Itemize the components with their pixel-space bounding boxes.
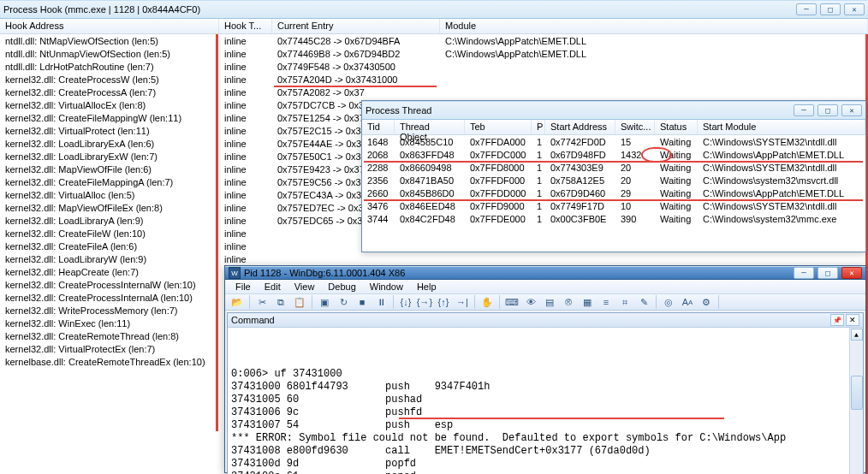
maximize-button[interactable]: □ [817,267,838,279]
break-icon[interactable]: ⏸ [372,294,389,310]
memory-window-icon[interactable]: ▦ [579,294,596,310]
command-output[interactable]: 0:006> uf 3743100037431000 680lf44793 pu… [228,328,863,474]
col-tid[interactable]: Tid [362,120,395,134]
thread-cell-tid: 3476 [362,201,395,211]
windbg-menubar[interactable]: FileEditViewDebugWindowHelp [225,280,865,294]
minimize-button[interactable]: ─ [794,267,814,279]
menu-edit[interactable]: Edit [258,280,288,293]
command-line: 3743100d 9d popfd [231,458,859,471]
step-over-icon[interactable]: {→} [416,294,433,310]
col-status[interactable]: Status [655,120,698,134]
run-to-cursor-icon[interactable]: →| [454,294,471,310]
thread-cell-obj: 0x86609498 [395,163,465,173]
thread-cell-status: Waiting [655,175,698,186]
paste-icon[interactable]: 📋 [291,294,308,310]
thread-rows[interactable]: 16480x84585C100x7FFDA00010x7742FD0D15Wai… [362,135,865,252]
step-out-icon[interactable]: {↑} [435,294,452,310]
hook-row[interactable]: ntdll.dll: NtUnmapViewOfSection (len:5)i… [0,47,865,60]
thread-cell-tid: 2660 [362,188,395,198]
restart-icon[interactable]: ↻ [335,294,352,310]
col-thread-object[interactable]: Thread Object [395,120,465,134]
pin-icon[interactable]: 📌 [830,314,844,326]
col-start-module[interactable]: Start Module [698,120,865,134]
separator [718,295,719,309]
menu-debug[interactable]: Debug [321,280,362,293]
thread-row[interactable]: 16480x84585C100x7FFDA00010x7742FD0D15Wai… [362,135,865,148]
windbg-toolbar[interactable]: 📂 ✂ ⧉ 📋 ▣ ↻ ■ ⏸ {↓} {→} {↑} →| ✋ ⌨ 👁 ▤ ®… [225,294,865,311]
windbg-window[interactable]: W Pid 1128 - WinDbg:6.11.0001.404 X86 ─ … [224,265,866,473]
close-panel-icon[interactable]: ✕ [846,314,859,326]
col-switches[interactable]: Switc... [615,120,655,134]
scrollbar[interactable]: ▲ ▼ [849,328,863,474]
menu-file[interactable]: File [229,280,258,293]
menu-help[interactable]: Help [410,280,443,293]
hook-cell-type: inline [219,164,272,175]
hook-row[interactable]: kernel32.dll: CreateProcessW (len:5)inli… [0,73,865,86]
hook-cell-type: inline [219,177,272,187]
command-panel-title[interactable]: Command 📌 ✕ [228,313,863,328]
command-window-icon[interactable]: ⌨ [503,294,520,310]
col-hook-address[interactable]: Hook Address [0,19,219,33]
hook-cell-type: inline [219,254,272,264]
col-current-entry[interactable]: Current Entry [272,19,440,33]
thread-cell-start: 0x7749F17D [545,201,615,211]
close-button[interactable]: ✕ [841,104,862,116]
maximize-button[interactable]: □ [820,3,841,15]
col-teb[interactable]: Teb [465,120,532,134]
open-icon[interactable]: 📂 [229,294,246,310]
font-icon[interactable]: AA [679,294,696,310]
options-icon[interactable]: ⚙ [698,294,715,310]
source-mode-icon[interactable]: ◎ [660,294,677,310]
thread-row[interactable]: 37440x84C2FD480x7FFDE00010x00C3FB0E390Wa… [362,212,865,225]
cut-icon[interactable]: ✂ [253,294,271,310]
thread-titlebar[interactable]: Process Thread ─ □ ✕ [362,101,865,120]
locals-window-icon[interactable]: ▤ [541,294,558,310]
thread-cell-start: 0x67D9D460 [545,188,615,198]
menu-view[interactable]: View [288,280,322,293]
windbg-title: Pid 1128 - WinDbg:6.11.0001.404 X86 [244,268,794,278]
hook-cell-addr: kernel32.dll: MapViewOfFile (len:6) [0,164,219,175]
col-module[interactable]: Module [440,19,868,33]
step-into-icon[interactable]: {↓} [397,294,414,310]
hook-row[interactable]: kernel32.dll: CreateProcessA (len:7)inli… [0,86,865,98]
thread-cell-status: Waiting [655,137,698,147]
hook-row[interactable]: kernel32.dll: LoadLibraryW (len:9)inline [0,252,865,265]
close-button[interactable]: ✕ [844,3,865,15]
callstack-window-icon[interactable]: ≡ [597,294,615,310]
watch-window-icon[interactable]: 👁 [522,294,539,310]
scratch-window-icon[interactable]: ✎ [635,294,652,310]
go-icon[interactable]: ▣ [316,294,333,310]
thread-row[interactable]: 34760x846EED480x7FFD900010x7749F17D10Wai… [362,199,865,212]
thread-cell-obj: 0x863FFD48 [395,150,465,160]
minimize-button[interactable]: ─ [796,3,817,15]
col-hook-type[interactable]: Hook T... [219,19,272,33]
thread-row[interactable]: 22880x866094980x7FFD800010x774303E920Wai… [362,161,865,174]
minimize-button[interactable]: ─ [794,104,814,116]
menu-window[interactable]: Window [363,280,410,293]
scroll-up-icon[interactable]: ▲ [851,329,863,341]
maximize-button[interactable]: □ [817,104,838,116]
scroll-thumb[interactable] [851,376,863,410]
hook-row[interactable]: ntdll.dll: NtMapViewOfSection (len:5)inl… [0,34,865,47]
thread-window-buttons: ─ □ ✕ [794,104,862,116]
hook-cell-module: C:\Windows\AppPatch\EMET.DLL [440,36,865,46]
copy-icon[interactable]: ⧉ [272,294,289,310]
thread-row[interactable]: 20680x863FFD480x7FFDC00010x67D948FD1432W… [362,148,865,161]
stop-icon[interactable]: ■ [354,294,371,310]
main-titlebar[interactable]: Process Hook (mmc.exe | 1128 | 0x844A4CF… [0,0,868,19]
process-thread-window[interactable]: Process Thread ─ □ ✕ Tid Thread Object T… [361,100,866,252]
thread-row[interactable]: 26600x845B86D00x7FFDD00010x67D9D46029Wai… [362,187,865,199]
close-button[interactable]: ✕ [841,267,862,279]
breakpoint-icon[interactable]: ✋ [479,294,496,310]
hook-row[interactable]: ntdll.dll: LdrHotPatchRoutine (len:7)inl… [0,60,865,73]
disasm-window-icon[interactable]: ⌗ [616,294,633,310]
col-p[interactable]: P [532,120,545,134]
thread-cell-tid: 1648 [362,137,395,147]
col-start-address[interactable]: Start Address [545,120,615,134]
thread-cell-p: 1 [532,188,545,198]
windbg-titlebar[interactable]: W Pid 1128 - WinDbg:6.11.0001.404 X86 ─ … [225,266,865,280]
thread-row[interactable]: 23560x8471BA500x7FFDF00010x758A12E520Wai… [362,174,865,187]
hook-cell-type: inline [219,151,272,162]
registers-window-icon[interactable]: ® [560,294,577,310]
hook-cell-addr: kernel32.dll: CreateRemoteThread (len:8) [0,331,219,341]
